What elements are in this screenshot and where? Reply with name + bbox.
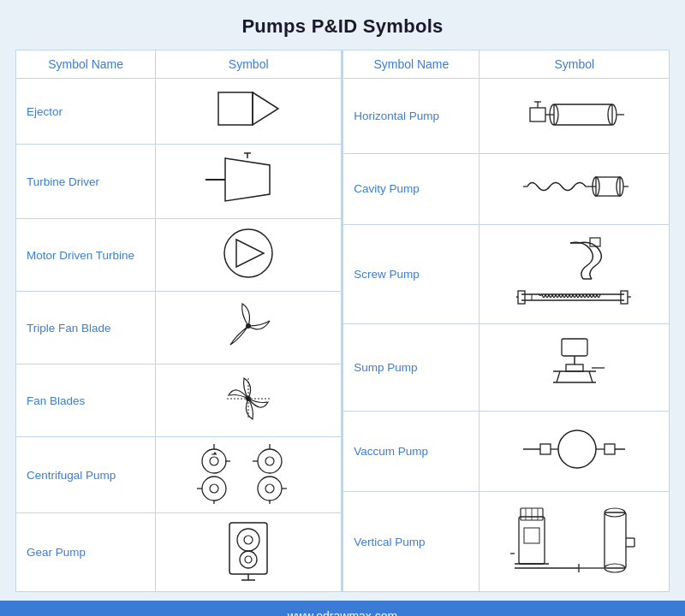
table-row: Horizontal Pump [343,79,670,154]
right-header-symbol: Symbol [480,50,670,79]
symbol-name-fan-blades: Fan Blades [16,364,156,437]
svg-rect-84 [605,512,626,568]
tables-row: Symbol Name Symbol Ejector [15,50,670,592]
svg-marker-7 [236,240,264,267]
table-row: Ejector [16,79,342,145]
page-title: Pumps P&ID Symbols [15,15,670,38]
symbol-horizontal-pump [480,79,670,154]
svg-rect-58 [621,291,628,304]
svg-line-65 [589,371,593,382]
right-header-name: Symbol Name [343,50,480,79]
page-wrapper: Pumps P&ID Symbols Symbol Name Symbol Ej… [0,0,685,592]
symbol-triple-fan-blade [156,292,342,364]
symbol-gear-pump [156,513,342,592]
symbol-name-motor-driven-turbine: Motor Driven Turbine [16,219,156,292]
svg-rect-60 [562,339,587,356]
svg-point-12 [202,449,226,473]
svg-point-34 [245,556,252,563]
symbol-fan-blades [156,364,342,437]
svg-point-33 [240,551,257,568]
symbol-name-ejector: Ejector [16,79,156,145]
table-row: Vaccum Pump [343,412,670,492]
symbol-name-horizontal-pump: Horizontal Pump [343,79,480,154]
table-row: Vertical Pump [343,492,670,592]
symbol-sump-pump [480,324,670,412]
symbol-vaccum-pump [480,412,670,492]
symbol-screw-pump [480,224,670,324]
svg-marker-17 [213,452,217,454]
symbol-name-turbine-driver: Turbine Driver [16,145,156,219]
svg-point-32 [244,536,253,544]
table-row: Fan Blades [16,364,342,437]
svg-point-31 [237,529,259,551]
svg-point-15 [210,457,218,465]
right-table: Symbol Name Symbol Horizontal Pump [342,50,670,592]
svg-point-25 [265,457,274,465]
svg-point-22 [258,449,282,473]
svg-rect-91 [524,528,539,543]
svg-marker-3 [225,158,270,201]
table-row: Triple Fan Blade [16,292,342,364]
symbol-vertical-pump [480,492,670,592]
symbol-centrifugal-pump [156,437,342,513]
svg-point-21 [210,484,218,493]
left-table: Symbol Name Symbol Ejector [15,50,342,592]
svg-rect-41 [554,104,612,125]
svg-rect-69 [540,444,551,454]
symbol-ejector [156,79,342,145]
table-row: Cavity Pump [343,154,670,224]
svg-point-26 [258,477,282,500]
svg-rect-56 [518,291,525,304]
left-header-name: Symbol Name [16,50,156,79]
table-row: Turbine Driver [16,145,342,219]
symbol-name-sump-pump: Sump Pump [343,324,480,412]
svg-rect-0 [218,92,253,125]
footer-text: www.edrawmax.com [288,609,397,616]
symbol-name-screw-pump: Screw Pump [343,224,480,324]
svg-point-71 [558,430,596,468]
svg-line-64 [557,371,560,382]
svg-rect-37 [530,108,545,121]
table-row: Motor Driven Turbine [16,219,342,292]
symbol-name-gear-pump: Gear Pump [16,513,156,592]
left-header-symbol: Symbol [156,50,342,79]
svg-rect-75 [519,517,545,564]
svg-marker-1 [253,92,278,125]
symbol-motor-driven-turbine [156,219,342,292]
table-row: Sump Pump [343,324,670,412]
table-row: Centrifugal Pump [16,437,342,513]
footer-bar: www.edrawmax.com [0,601,685,616]
symbol-name-centrifugal-pump: Centrifugal Pump [16,437,156,513]
svg-point-29 [265,484,274,493]
symbol-name-cavity-pump: Cavity Pump [343,154,480,224]
svg-rect-73 [605,444,615,454]
svg-point-18 [202,477,226,500]
table-row: Screw Pump [343,224,670,324]
symbol-cavity-pump [480,154,670,224]
svg-rect-62 [566,364,583,371]
symbol-name-vaccum-pump: Vaccum Pump [343,412,480,492]
symbol-turbine-driver [156,145,342,219]
symbol-name-vertical-pump: Vertical Pump [343,492,480,592]
svg-rect-30 [229,523,267,574]
table-row: Gear Pump [16,513,342,592]
symbol-name-triple-fan-blade: Triple Fan Blade [16,292,156,364]
